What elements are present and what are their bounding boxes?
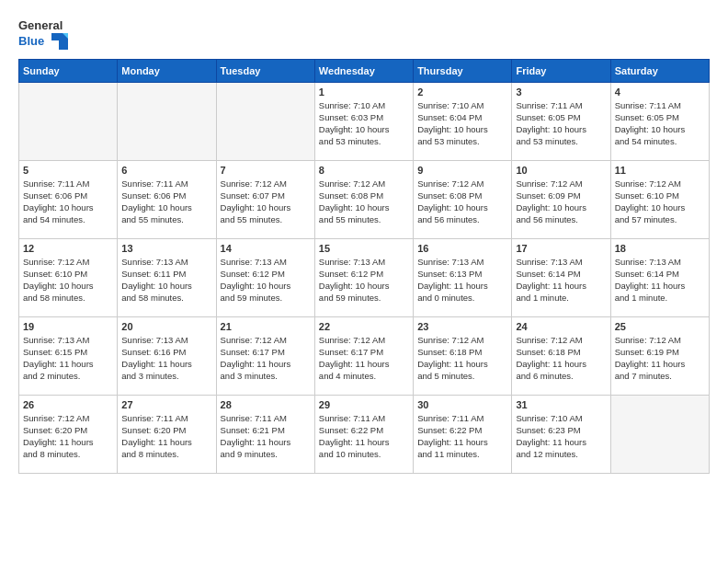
calendar-day-cell: 17Sunrise: 7:13 AMSunset: 6:14 PMDayligh… — [512, 238, 610, 316]
day-number: 22 — [319, 321, 409, 332]
day-info: Sunrise: 7:11 AMSunset: 6:22 PMDaylight:… — [319, 412, 409, 461]
calendar-header-row: SundayMondayTuesdayWednesdayThursdayFrid… — [19, 59, 710, 82]
calendar-day-cell: 27Sunrise: 7:11 AMSunset: 6:20 PMDayligh… — [118, 395, 216, 473]
day-info: Sunrise: 7:10 AMSunset: 6:23 PMDaylight:… — [516, 412, 606, 461]
day-of-week-header: Monday — [118, 59, 216, 82]
day-number: 6 — [121, 165, 211, 176]
day-number: 19 — [23, 321, 113, 332]
calendar-day-cell — [118, 82, 216, 160]
logo: General Blue — [18, 18, 68, 50]
calendar-day-cell — [19, 82, 118, 160]
day-number: 31 — [516, 399, 606, 410]
calendar-week-row: 1Sunrise: 7:10 AMSunset: 6:03 PMDaylight… — [19, 82, 710, 160]
day-number: 20 — [121, 321, 211, 332]
day-info: Sunrise: 7:12 AMSunset: 6:10 PMDaylight:… — [615, 178, 705, 226]
day-info: Sunrise: 7:12 AMSunset: 6:19 PMDaylight:… — [615, 334, 705, 383]
day-info: Sunrise: 7:13 AMSunset: 6:15 PMDaylight:… — [23, 334, 113, 383]
calendar-week-row: 5Sunrise: 7:11 AMSunset: 6:06 PMDaylight… — [19, 160, 710, 238]
calendar-day-cell: 13Sunrise: 7:13 AMSunset: 6:11 PMDayligh… — [118, 238, 216, 316]
calendar-day-cell: 3Sunrise: 7:11 AMSunset: 6:05 PMDaylight… — [512, 82, 610, 160]
day-number: 14 — [221, 243, 311, 254]
calendar-day-cell: 9Sunrise: 7:12 AMSunset: 6:08 PMDaylight… — [414, 160, 512, 238]
calendar-day-cell: 20Sunrise: 7:13 AMSunset: 6:16 PMDayligh… — [118, 316, 216, 395]
day-info: Sunrise: 7:11 AMSunset: 6:22 PMDaylight:… — [417, 412, 507, 461]
day-info: Sunrise: 7:12 AMSunset: 6:09 PMDaylight:… — [516, 178, 606, 226]
logo-general: General — [18, 18, 63, 33]
calendar-day-cell: 11Sunrise: 7:12 AMSunset: 6:10 PMDayligh… — [610, 160, 709, 238]
calendar-day-cell: 30Sunrise: 7:11 AMSunset: 6:22 PMDayligh… — [414, 395, 512, 473]
day-number: 10 — [516, 165, 606, 176]
day-info: Sunrise: 7:13 AMSunset: 6:13 PMDaylight:… — [417, 256, 507, 304]
day-number: 28 — [221, 399, 311, 410]
day-number: 16 — [417, 243, 507, 254]
calendar-day-cell: 16Sunrise: 7:13 AMSunset: 6:13 PMDayligh… — [414, 238, 512, 316]
day-info: Sunrise: 7:12 AMSunset: 6:18 PMDaylight:… — [417, 334, 507, 383]
calendar-week-row: 12Sunrise: 7:12 AMSunset: 6:10 PMDayligh… — [19, 238, 710, 316]
day-info: Sunrise: 7:11 AMSunset: 6:06 PMDaylight:… — [121, 178, 211, 226]
day-number: 29 — [319, 399, 409, 410]
day-of-week-header: Friday — [512, 59, 610, 82]
day-number: 12 — [23, 243, 113, 254]
calendar-table: SundayMondayTuesdayWednesdayThursdayFrid… — [18, 59, 710, 474]
calendar-week-row: 19Sunrise: 7:13 AMSunset: 6:15 PMDayligh… — [19, 316, 710, 395]
calendar-day-cell: 10Sunrise: 7:12 AMSunset: 6:09 PMDayligh… — [512, 160, 610, 238]
calendar-day-cell: 18Sunrise: 7:13 AMSunset: 6:14 PMDayligh… — [610, 238, 709, 316]
calendar-day-cell: 24Sunrise: 7:12 AMSunset: 6:18 PMDayligh… — [512, 316, 610, 395]
day-info: Sunrise: 7:12 AMSunset: 6:08 PMDaylight:… — [417, 178, 507, 226]
calendar-day-cell: 2Sunrise: 7:10 AMSunset: 6:04 PMDaylight… — [414, 82, 512, 160]
day-info: Sunrise: 7:12 AMSunset: 6:18 PMDaylight:… — [516, 334, 606, 383]
day-number: 21 — [221, 321, 311, 332]
day-number: 18 — [615, 243, 705, 254]
day-info: Sunrise: 7:13 AMSunset: 6:11 PMDaylight:… — [121, 256, 211, 304]
day-info: Sunrise: 7:12 AMSunset: 6:17 PMDaylight:… — [221, 334, 311, 383]
calendar-day-cell: 31Sunrise: 7:10 AMSunset: 6:23 PMDayligh… — [512, 395, 610, 473]
day-of-week-header: Thursday — [414, 59, 512, 82]
calendar-day-cell — [610, 395, 709, 473]
calendar-day-cell: 19Sunrise: 7:13 AMSunset: 6:15 PMDayligh… — [19, 316, 118, 395]
calendar-day-cell — [216, 82, 314, 160]
day-of-week-header: Sunday — [19, 59, 118, 82]
calendar-day-cell: 22Sunrise: 7:12 AMSunset: 6:17 PMDayligh… — [314, 316, 413, 395]
day-info: Sunrise: 7:11 AMSunset: 6:20 PMDaylight:… — [121, 412, 211, 461]
calendar-day-cell: 25Sunrise: 7:12 AMSunset: 6:19 PMDayligh… — [610, 316, 709, 395]
day-info: Sunrise: 7:13 AMSunset: 6:14 PMDaylight:… — [615, 256, 705, 304]
calendar-day-cell: 7Sunrise: 7:12 AMSunset: 6:07 PMDaylight… — [216, 160, 314, 238]
day-info: Sunrise: 7:13 AMSunset: 6:16 PMDaylight:… — [121, 334, 211, 383]
day-info: Sunrise: 7:13 AMSunset: 6:12 PMDaylight:… — [319, 256, 409, 304]
calendar-day-cell: 26Sunrise: 7:12 AMSunset: 6:20 PMDayligh… — [19, 395, 118, 473]
page-header: General Blue — [18, 18, 710, 50]
day-number: 30 — [417, 399, 507, 410]
calendar-day-cell: 1Sunrise: 7:10 AMSunset: 6:03 PMDaylight… — [314, 82, 413, 160]
day-info: Sunrise: 7:13 AMSunset: 6:14 PMDaylight:… — [516, 256, 606, 304]
day-info: Sunrise: 7:10 AMSunset: 6:04 PMDaylight:… — [417, 99, 507, 148]
day-info: Sunrise: 7:10 AMSunset: 6:03 PMDaylight:… — [319, 99, 409, 148]
day-number: 13 — [121, 243, 211, 254]
day-number: 15 — [319, 243, 409, 254]
day-number: 9 — [417, 165, 507, 176]
day-number: 11 — [615, 165, 705, 176]
day-number: 23 — [417, 321, 507, 332]
day-number: 4 — [615, 86, 705, 98]
day-of-week-header: Wednesday — [314, 59, 413, 82]
logo-blue: Blue — [18, 33, 68, 50]
calendar-week-row: 26Sunrise: 7:12 AMSunset: 6:20 PMDayligh… — [19, 395, 710, 473]
day-info: Sunrise: 7:12 AMSunset: 6:10 PMDaylight:… — [23, 256, 113, 304]
day-info: Sunrise: 7:11 AMSunset: 6:06 PMDaylight:… — [23, 178, 113, 226]
day-info: Sunrise: 7:11 AMSunset: 6:05 PMDaylight:… — [516, 99, 606, 148]
calendar-day-cell: 21Sunrise: 7:12 AMSunset: 6:17 PMDayligh… — [216, 316, 314, 395]
day-number: 5 — [23, 165, 113, 176]
day-number: 1 — [319, 86, 409, 98]
calendar-day-cell: 6Sunrise: 7:11 AMSunset: 6:06 PMDaylight… — [118, 160, 216, 238]
calendar-day-cell: 29Sunrise: 7:11 AMSunset: 6:22 PMDayligh… — [314, 395, 413, 473]
calendar-day-cell: 8Sunrise: 7:12 AMSunset: 6:08 PMDaylight… — [314, 160, 413, 238]
day-number: 17 — [516, 243, 606, 254]
day-number: 27 — [121, 399, 211, 410]
day-info: Sunrise: 7:12 AMSunset: 6:17 PMDaylight:… — [319, 334, 409, 383]
day-number: 7 — [221, 165, 311, 176]
day-info: Sunrise: 7:13 AMSunset: 6:12 PMDaylight:… — [221, 256, 311, 304]
day-of-week-header: Saturday — [610, 59, 709, 82]
calendar-day-cell: 15Sunrise: 7:13 AMSunset: 6:12 PMDayligh… — [314, 238, 413, 316]
day-number: 26 — [23, 399, 113, 410]
day-number: 25 — [615, 321, 705, 332]
calendar-day-cell: 12Sunrise: 7:12 AMSunset: 6:10 PMDayligh… — [19, 238, 118, 316]
